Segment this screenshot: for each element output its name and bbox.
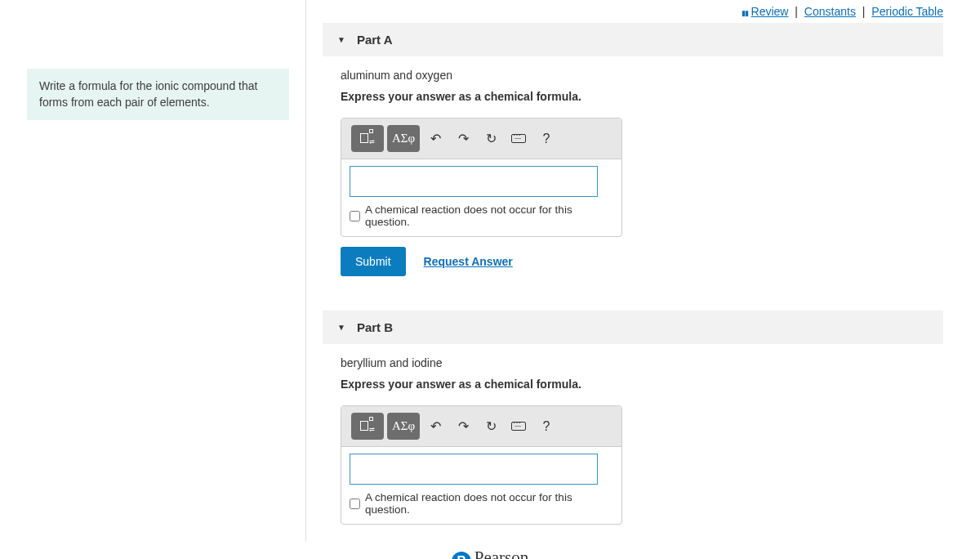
part-a-header[interactable]: ▼ Part A bbox=[323, 23, 943, 56]
undo-button[interactable]: ↶ bbox=[423, 413, 448, 440]
keyboard-icon bbox=[511, 422, 526, 431]
part-a-body: aluminum and oxygen Express your answer … bbox=[323, 69, 943, 293]
reset-button[interactable]: ↻ bbox=[479, 413, 503, 440]
chemistry-format-button[interactable]: ⇌ bbox=[351, 413, 384, 440]
greek-letters-button[interactable]: ΑΣφ bbox=[387, 125, 420, 152]
part-b-title: Part B bbox=[357, 320, 393, 334]
chemistry-icon: ⇌ bbox=[360, 419, 375, 434]
part-b-body: beryllium and iodine Express your answer… bbox=[323, 356, 943, 541]
greek-letters-button[interactable]: ΑΣφ bbox=[387, 413, 420, 440]
book-icon bbox=[738, 5, 748, 13]
answer-input-b[interactable] bbox=[350, 454, 598, 485]
keyboard-icon bbox=[511, 134, 526, 143]
help-button[interactable]: ? bbox=[534, 413, 559, 440]
review-link[interactable]: Review bbox=[751, 5, 789, 18]
separator: | bbox=[862, 5, 866, 18]
constants-link[interactable]: Constants bbox=[804, 5, 856, 18]
part-a-block: ▼ Part A aluminum and oxygen Express you… bbox=[323, 23, 943, 293]
periodic-table-link[interactable]: Periodic Table bbox=[871, 5, 943, 18]
request-answer-link-a[interactable]: Request Answer bbox=[424, 255, 513, 268]
chemistry-format-button[interactable]: ⇌ bbox=[351, 125, 384, 152]
keyboard-button[interactable] bbox=[506, 413, 531, 440]
part-a-instruction: Express your answer as a chemical formul… bbox=[341, 90, 943, 103]
no-reaction-checkbox-b[interactable] bbox=[350, 499, 360, 509]
answer-box-b: ⇌ ΑΣφ ↶ ↷ ↻ ? A c bbox=[341, 405, 622, 525]
separator: | bbox=[795, 5, 798, 18]
collapse-icon: ▼ bbox=[337, 35, 345, 44]
reset-button[interactable]: ↻ bbox=[479, 125, 503, 152]
pearson-text: Pearson bbox=[474, 548, 529, 559]
submit-button-a[interactable]: Submit bbox=[341, 247, 406, 276]
part-b-instruction: Express your answer as a chemical formul… bbox=[341, 378, 943, 391]
part-b-block: ▼ Part B beryllium and iodine Express yo… bbox=[323, 311, 943, 541]
collapse-icon: ▼ bbox=[337, 323, 345, 332]
toolbar-b: ⇌ ΑΣφ ↶ ↷ ↻ ? bbox=[341, 406, 621, 447]
no-reaction-label-b: A chemical reaction does not occur for t… bbox=[365, 491, 613, 516]
pearson-logo-icon: P bbox=[452, 552, 471, 559]
redo-button[interactable]: ↷ bbox=[451, 413, 475, 440]
help-button[interactable]: ? bbox=[534, 125, 559, 152]
part-b-header[interactable]: ▼ Part B bbox=[323, 311, 943, 344]
redo-button[interactable]: ↷ bbox=[451, 125, 475, 152]
left-sidebar: Write a formula for the ionic compound t… bbox=[0, 0, 306, 541]
part-a-title: Part A bbox=[357, 33, 393, 47]
chemistry-icon: ⇌ bbox=[360, 132, 375, 146]
prompt-text: Write a formula for the ionic compound t… bbox=[27, 69, 289, 120]
answer-box-a: ⇌ ΑΣφ ↶ ↷ ↻ ? A c bbox=[341, 118, 622, 237]
part-a-question: aluminum and oxygen bbox=[341, 69, 943, 82]
no-reaction-checkbox-a[interactable] bbox=[350, 211, 360, 221]
toolbar-a: ⇌ ΑΣφ ↶ ↷ ↻ ? bbox=[341, 119, 621, 159]
top-links: Review | Constants | Periodic Table bbox=[306, 0, 980, 23]
undo-button[interactable]: ↶ bbox=[423, 125, 448, 152]
no-reaction-label-a: A chemical reaction does not occur for t… bbox=[365, 203, 613, 228]
part-b-question: beryllium and iodine bbox=[341, 356, 943, 369]
keyboard-button[interactable] bbox=[506, 125, 531, 152]
answer-input-a[interactable] bbox=[350, 166, 598, 197]
main-content: Review | Constants | Periodic Table ▼ Pa… bbox=[306, 0, 980, 541]
pearson-brand: PPearson bbox=[0, 548, 980, 559]
